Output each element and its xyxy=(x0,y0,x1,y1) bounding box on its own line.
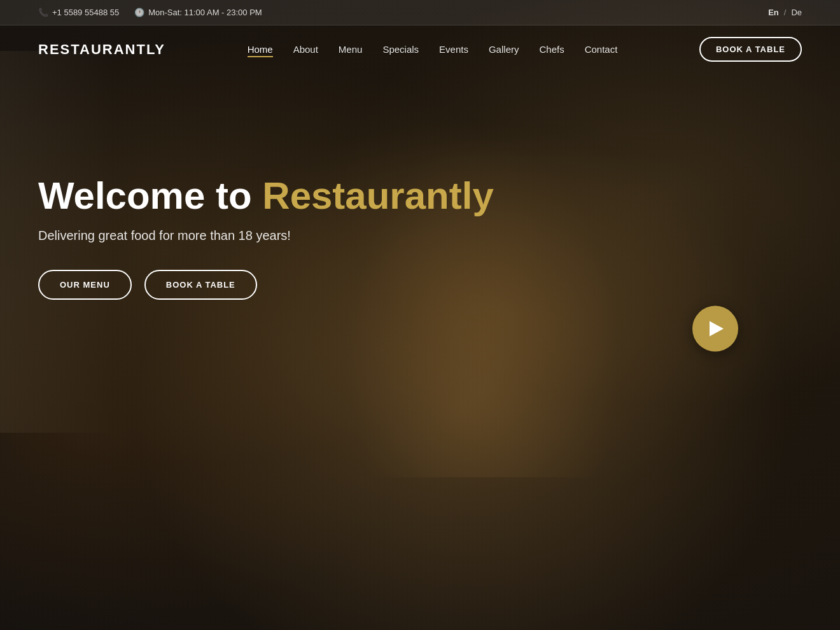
nav-link-contact[interactable]: Contact xyxy=(585,44,618,55)
nav-item-contact[interactable]: Contact xyxy=(585,44,618,55)
nav-link-home[interactable]: Home xyxy=(248,44,273,57)
language-switcher: En / De xyxy=(768,8,802,17)
our-menu-button[interactable]: OUR MENU xyxy=(38,270,132,300)
nav-link-specials[interactable]: Specials xyxy=(382,44,419,55)
play-video-button[interactable] xyxy=(692,306,738,352)
nav-item-about[interactable]: About xyxy=(293,44,318,55)
hero-title: Welcome to Restaurantly xyxy=(38,175,802,217)
top-bar: 📞 +1 5589 55488 55 🕐 Mon-Sat: 11:00 AM -… xyxy=(0,0,840,25)
phone-number: +1 5589 55488 55 xyxy=(52,8,119,17)
lang-separator: / xyxy=(784,8,787,17)
top-bar-left: 📞 +1 5589 55488 55 🕐 Mon-Sat: 11:00 AM -… xyxy=(38,8,262,17)
nav-item-events[interactable]: Events xyxy=(439,44,468,55)
lang-de[interactable]: De xyxy=(791,8,802,17)
hero-buttons: OUR MENU BOOK A TABLE xyxy=(38,270,802,300)
book-table-hero-button[interactable]: BOOK A TABLE xyxy=(144,270,257,300)
nav-item-menu[interactable]: Menu xyxy=(339,44,363,55)
clock-icon: 🕐 xyxy=(134,8,144,17)
nav-item-specials[interactable]: Specials xyxy=(382,44,419,55)
hero-title-prefix: Welcome to xyxy=(38,174,262,217)
hero-subtitle: Delivering great food for more than 18 y… xyxy=(38,228,802,243)
business-hours: Mon-Sat: 11:00 AM - 23:00 PM xyxy=(148,8,262,17)
phone-icon: 📞 xyxy=(38,8,48,17)
nav-links: Home About Menu Specials Events Gallery … xyxy=(248,44,618,55)
nav-item-home[interactable]: Home xyxy=(248,44,273,55)
nav-item-gallery[interactable]: Gallery xyxy=(489,44,519,55)
navbar: RESTAURANTLY Home About Menu Specials Ev… xyxy=(0,25,840,73)
book-table-nav-button[interactable]: BOOK A TABLE xyxy=(699,37,802,62)
play-icon xyxy=(710,321,724,337)
hero-title-accent: Restaurantly xyxy=(262,174,493,217)
nav-link-chefs[interactable]: Chefs xyxy=(539,44,564,55)
nav-item-chefs[interactable]: Chefs xyxy=(539,44,564,55)
brand-logo[interactable]: RESTAURANTLY xyxy=(38,41,165,58)
hours-item: 🕐 Mon-Sat: 11:00 AM - 23:00 PM xyxy=(134,8,262,17)
phone-item: 📞 +1 5589 55488 55 xyxy=(38,8,119,17)
hero-section: Welcome to Restaurantly Delivering great… xyxy=(0,73,840,338)
lang-en[interactable]: En xyxy=(768,8,779,17)
play-button-container xyxy=(692,306,738,352)
nav-link-about[interactable]: About xyxy=(293,44,318,55)
nav-link-menu[interactable]: Menu xyxy=(339,44,363,55)
nav-link-gallery[interactable]: Gallery xyxy=(489,44,519,55)
nav-link-events[interactable]: Events xyxy=(439,44,468,55)
